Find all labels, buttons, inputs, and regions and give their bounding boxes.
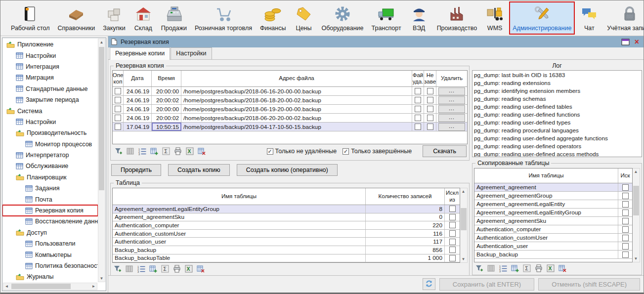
toolbar-item-warehouse[interactable]: Склад bbox=[130, 1, 157, 35]
exclude-cell[interactable] bbox=[445, 246, 460, 254]
refresh-button[interactable] bbox=[423, 278, 435, 290]
checkbox-icon[interactable] bbox=[115, 106, 121, 112]
checkbox-icon[interactable] bbox=[449, 247, 456, 253]
sigma-icon[interactable]: Σ bbox=[162, 147, 170, 156]
exclude-cell[interactable] bbox=[618, 192, 632, 200]
columns-icon[interactable] bbox=[126, 147, 134, 156]
column-header[interactable]: Количество записей bbox=[366, 188, 445, 205]
sidebar-item-настройки[interactable]: Настройки bbox=[2, 117, 98, 127]
table-name-cell[interactable]: Agreement_agreementGroup bbox=[474, 192, 618, 200]
time-cell[interactable]: 10:50:15 bbox=[152, 123, 181, 131]
toolbar-item-finance[interactable]: Финансы bbox=[257, 1, 289, 35]
copied-table-row[interactable]: Agreement_agreement bbox=[474, 183, 632, 192]
sidebar-item-система[interactable]: Система bbox=[2, 105, 98, 116]
excel-icon[interactable]: X bbox=[546, 264, 555, 272]
checkbox-icon[interactable] bbox=[115, 115, 121, 121]
columns-icon[interactable] bbox=[125, 264, 133, 273]
scrollbar-thumb[interactable] bbox=[461, 208, 467, 230]
table-row[interactable]: Authentication_user117 bbox=[113, 238, 460, 246]
operative-copy-cell[interactable] bbox=[113, 123, 124, 131]
copied-vertical-scrollbar[interactable]: ▲ ▼ bbox=[633, 168, 640, 262]
table-remove-icon[interactable] bbox=[196, 264, 205, 273]
file-path-cell[interactable]: /home/postgres/backup/2018-06-20-20-00-0… bbox=[181, 114, 412, 122]
column-header[interactable]: Иск bbox=[618, 168, 632, 183]
checkbox-icon[interactable] bbox=[449, 230, 456, 237]
checkbox-icon[interactable] bbox=[449, 239, 456, 245]
sigma-icon[interactable]: Σ bbox=[522, 264, 531, 272]
sidebar-item-компьютеры[interactable]: Компьютеры bbox=[2, 249, 98, 260]
time-cell[interactable]: 20:00:02 bbox=[152, 114, 181, 122]
save-button[interactable]: Сохранить (alt ENTER) bbox=[439, 278, 534, 291]
numbered-list-icon[interactable]: 123 bbox=[499, 264, 507, 272]
toolbar-item-account[interactable]: Учётная запись bbox=[603, 1, 644, 35]
table-name-cell[interactable]: Authentication_computer bbox=[113, 221, 366, 229]
scrollbar-thumb[interactable] bbox=[99, 47, 104, 190]
file-path-cell[interactable]: /home/postgres/backup/2018-06-19-20-00-0… bbox=[181, 105, 412, 113]
date-cell[interactable]: 24.06.19 bbox=[124, 87, 152, 95]
not-finished-cell[interactable] bbox=[424, 87, 436, 95]
table-name-cell[interactable]: Authentication_customUser bbox=[113, 230, 366, 238]
toolbar-item-sales[interactable]: Продажи bbox=[158, 1, 190, 35]
record-count-cell[interactable]: 220 bbox=[366, 221, 445, 229]
delete-button[interactable]: ... bbox=[438, 123, 465, 131]
filter-add-icon[interactable] bbox=[113, 264, 122, 273]
checkbox-icon[interactable] bbox=[622, 201, 629, 208]
file-path-cell[interactable]: /home/postgres/backup/2019-04-17-10-50-1… bbox=[181, 123, 412, 131]
table-row[interactable]: Backup_backup856 bbox=[113, 246, 460, 254]
printer-icon[interactable] bbox=[534, 264, 543, 272]
sidebar-item-приложение[interactable]: Приложение bbox=[2, 39, 98, 50]
exclude-cell[interactable] bbox=[618, 209, 632, 216]
filter-add-icon[interactable] bbox=[475, 264, 483, 272]
sidebar-item-производительность[interactable]: Производительность bbox=[2, 127, 98, 138]
checkbox-icon[interactable] bbox=[427, 115, 433, 121]
checkbox-icon[interactable] bbox=[115, 124, 121, 130]
date-cell[interactable]: 24.06.19 bbox=[124, 105, 152, 113]
column-header[interactable]: Удалить bbox=[436, 71, 467, 86]
table-name-cell[interactable]: Agreement_agreementLegalEntityGroup bbox=[474, 209, 618, 216]
printer-icon[interactable] bbox=[173, 147, 182, 156]
delete-button[interactable]: ... bbox=[438, 87, 465, 95]
sidebar-item-стандартные-данные[interactable]: Стандартные данные bbox=[2, 84, 98, 94]
file-deleted-cell[interactable] bbox=[412, 96, 424, 104]
table-row[interactable]: Agreement_agreementLegalEntityGroup8 bbox=[113, 205, 460, 213]
copied-table-row[interactable]: Authentication_user bbox=[474, 242, 632, 251]
table-remove-icon[interactable] bbox=[558, 264, 566, 272]
checkbox-icon[interactable] bbox=[622, 226, 629, 233]
table-row[interactable]: Authentication_customUser116 bbox=[113, 230, 460, 238]
exclude-cell[interactable] bbox=[445, 213, 460, 221]
checkbox-icon[interactable] bbox=[115, 88, 121, 94]
sidebar-item-журналы[interactable]: Журналы bbox=[2, 271, 98, 282]
table-row[interactable]: Backup_backupTable1 000 bbox=[113, 254, 460, 263]
table-add-icon[interactable] bbox=[511, 264, 519, 272]
checkbox-icon[interactable] bbox=[267, 148, 273, 155]
checkbox-icon[interactable] bbox=[622, 235, 629, 241]
not-finished-cell[interactable] bbox=[424, 123, 436, 131]
copied-table-row[interactable]: Authentication_customUser bbox=[474, 234, 632, 242]
file-deleted-cell[interactable] bbox=[412, 105, 424, 113]
exclude-cell[interactable] bbox=[618, 225, 632, 233]
scroll-up-icon[interactable]: ▲ bbox=[633, 168, 639, 175]
exclude-cell[interactable] bbox=[618, 242, 632, 250]
copied-table-row[interactable]: Agreement_agreementGroup bbox=[474, 192, 632, 200]
not-finished-cell[interactable] bbox=[424, 114, 436, 122]
scroll-up-icon[interactable]: ▲ bbox=[460, 188, 467, 195]
exclude-cell[interactable] bbox=[618, 251, 632, 258]
copied-table-row[interactable]: Authentication_computer bbox=[474, 225, 632, 234]
cancel-button[interactable]: Отменить (shift ESCAPE) bbox=[538, 278, 640, 291]
exclude-cell[interactable] bbox=[618, 217, 632, 225]
sidebar-item-закрытие-периода[interactable]: Закрытие периода bbox=[2, 94, 98, 105]
scroll-down-icon[interactable]: ▼ bbox=[460, 256, 467, 262]
delete-button[interactable]: ... bbox=[438, 105, 465, 113]
sidebar-item-пользователи[interactable]: Пользователи bbox=[2, 238, 98, 249]
sidebar-item-интерпретатор[interactable]: Интерпретатор bbox=[2, 150, 98, 161]
file-deleted-cell[interactable] bbox=[412, 123, 424, 131]
exclude-cell[interactable] bbox=[445, 205, 460, 213]
checkbox-icon[interactable] bbox=[427, 97, 433, 103]
excel-icon[interactable]: X bbox=[184, 264, 193, 273]
close-icon[interactable]: × bbox=[633, 39, 641, 45]
exclude-cell[interactable] bbox=[445, 221, 460, 229]
toolbar-item-administration[interactable]: Администрирование bbox=[509, 1, 575, 35]
record-count-cell[interactable]: 856 bbox=[366, 246, 445, 254]
thin-out-button[interactable]: Проредить bbox=[111, 164, 161, 176]
table-name-cell[interactable]: Backup_backup bbox=[113, 246, 366, 254]
